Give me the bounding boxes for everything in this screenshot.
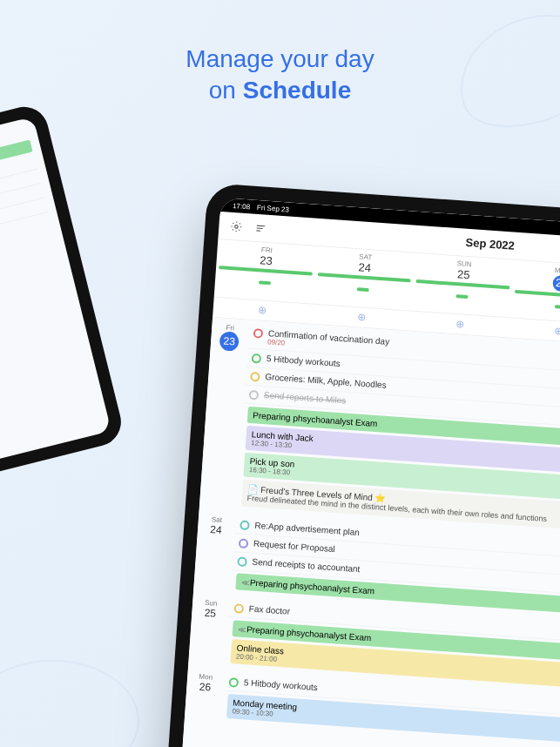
event-title: Preparing phsychoanalyst Exam [250, 577, 375, 596]
headline-line2-pre: on [209, 77, 243, 104]
task-checkbox[interactable] [250, 372, 260, 382]
week-day-column[interactable]: SAT 24 [313, 246, 415, 311]
day-num: 26 [192, 680, 219, 694]
agenda-list[interactable]: Fri23 Confirmation of vaccination day09/… [179, 318, 560, 747]
week-day-column[interactable]: MON 26 [510, 260, 560, 325]
event-continuation-icon: ≪ [238, 625, 245, 634]
list-toggle-button[interactable] [252, 219, 270, 237]
task-text: Confirmation of vaccination day09/20 [267, 328, 390, 354]
task-text: Send reports to Miles [264, 390, 347, 406]
event-time: 09:30 - 10:30 [232, 707, 560, 745]
task-checkbox[interactable] [237, 556, 247, 567]
tablet-main-mock: 17:08 Fri Sep 23 Sep 2022 FRI 23 SAT 24 [165, 183, 560, 747]
week-streak-bar [515, 290, 560, 299]
status-date: Fri Sep 23 [257, 203, 289, 213]
day-label[interactable]: Mon26 [185, 667, 225, 724]
task-subtext [252, 567, 360, 575]
day-label[interactable]: Sat24 [193, 509, 236, 596]
task-text: Fax doctor [248, 603, 290, 616]
event-continuation-icon: ≪ [241, 578, 248, 587]
task-checkbox[interactable] [233, 603, 244, 614]
week-day-column[interactable]: FRI 23 [214, 239, 317, 304]
decorative-blob-bottom [0, 660, 139, 747]
week-day-column[interactable]: SUN 25 [411, 253, 514, 318]
event-title: Preparing phsychoanalyst Exam [246, 624, 372, 643]
day-num: 23 [219, 331, 239, 351]
status-time: 17:08 [233, 201, 251, 210]
week-daynum: 26 [552, 275, 560, 292]
mini-event-dot [455, 294, 468, 299]
day-num: 25 [197, 606, 224, 620]
task-text: Re:App advertisement plan [254, 521, 360, 537]
task-text: 5 Hitbody workouts [267, 353, 341, 368]
task-checkbox[interactable] [253, 328, 264, 339]
task-checkbox[interactable] [249, 390, 260, 400]
mini-event-dot [554, 305, 560, 309]
day-num: 24 [203, 523, 230, 537]
task-checkbox[interactable] [239, 538, 249, 548]
settings-button[interactable] [227, 217, 246, 235]
svg-line-1 [257, 225, 265, 226]
headline-line2-bold: Schedule [243, 77, 351, 104]
week-dow: MON [513, 264, 560, 279]
task-checkbox[interactable] [252, 353, 262, 364]
left-task-row[interactable]: ○ Send receipts to accountant [0, 199, 48, 253]
task-checkbox[interactable] [229, 677, 240, 688]
task-text: Send receipts to accountant [252, 557, 360, 575]
headline-line1: Manage your day [186, 45, 374, 72]
mini-event-dot [259, 280, 271, 285]
tablet-left-screen: 24 ○ Exam○ Re:App advertisement○ Request… [0, 117, 111, 475]
notes-tab[interactable]: 📄 Notes [0, 297, 71, 347]
promo-headline: Manage your day on Schedule [0, 44, 560, 107]
task-checkbox[interactable] [240, 520, 250, 530]
day-label[interactable]: Sun25 [188, 593, 230, 670]
task-text: 5 Hitbody workouts [244, 677, 319, 692]
day-section: Fri23 Confirmation of vaccination day09/… [199, 318, 560, 544]
svg-point-0 [235, 225, 239, 228]
mini-event-dot [357, 287, 369, 292]
task-text: Request for Proposal [253, 539, 335, 555]
day-items: Confirmation of vaccination day09/20 5 H… [236, 320, 560, 544]
tablet-left-mock: 24 ○ Exam○ Re:App advertisement○ Request… [0, 102, 126, 490]
event-title: Preparing phsychoanalyst Exam [253, 410, 378, 428]
tablet-main-screen: 17:08 Fri Sep 23 Sep 2022 FRI 23 SAT 24 [179, 198, 560, 747]
